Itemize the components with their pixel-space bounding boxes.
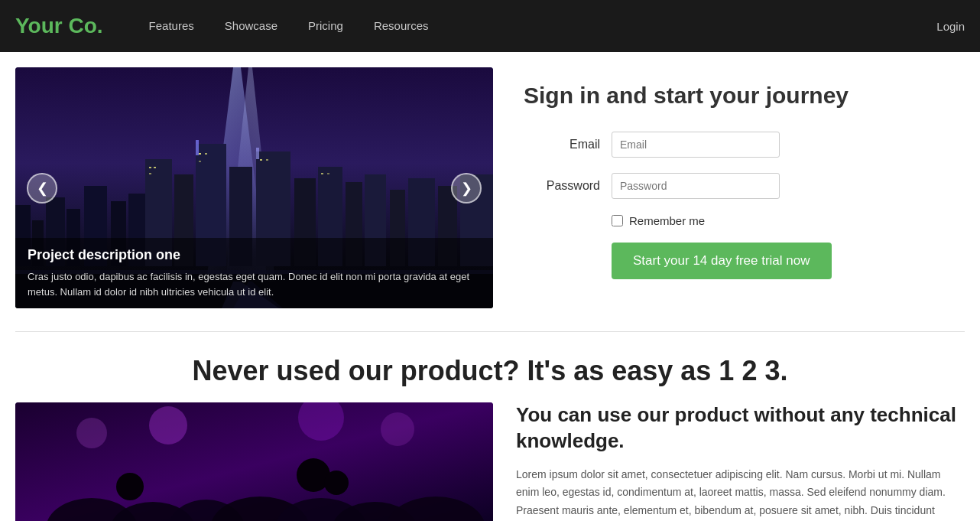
bottom-image [15,402,493,521]
svg-rect-29 [260,159,262,161]
nav-login[interactable]: Login [936,20,965,33]
nav-link-pricing[interactable]: Pricing [293,0,359,52]
bottom-heading: Never used our product? It's as easy as … [15,355,965,387]
product-text: Lorem ipsum dolor sit amet, consectetuer… [516,466,965,521]
slider-prev-button[interactable]: ❮ [27,173,57,204]
slide-title: Project description one [28,247,481,263]
email-input[interactable] [612,132,780,158]
trial-button[interactable]: Start your 14 day free trial now [612,243,832,279]
image-slider: ❮ ❯ Project description one Cras justo o… [15,67,493,308]
svg-rect-26 [199,153,201,155]
svg-rect-30 [266,159,268,161]
password-row: Password [524,173,949,199]
bottom-content: You can use our product without any tech… [15,402,965,521]
svg-rect-31 [321,173,323,174]
remember-row: Remember me [612,214,949,227]
svg-rect-27 [205,153,207,155]
password-input[interactable] [612,173,780,199]
slider-next-button[interactable]: ❯ [451,173,482,204]
svg-point-53 [381,412,414,446]
hero-section: ❮ ❯ Project description one Cras justo o… [0,52,980,324]
svg-rect-28 [199,161,201,162]
svg-rect-23 [149,167,151,168]
password-label: Password [524,179,600,193]
slide-caption: Project description one Cras justo odio,… [15,238,493,308]
svg-rect-25 [149,173,151,174]
email-row: Email [524,132,949,158]
nav-link-resources[interactable]: Resources [359,0,444,52]
signin-heading: Sign in and start your journey [524,83,949,109]
svg-rect-24 [154,167,156,168]
nav-link-showcase[interactable]: Showcase [209,0,293,52]
slide-description: Cras justo odio, dapibus ac facilisis in… [28,269,481,299]
signin-form: Sign in and start your journey Email Pas… [508,67,965,308]
bottom-image-bg [15,402,493,521]
svg-point-50 [149,406,187,444]
product-heading: You can use our product without any tech… [516,402,965,454]
remember-checkbox[interactable] [612,215,623,226]
svg-point-47 [116,473,144,500]
section-divider [15,331,965,332]
svg-rect-34 [256,148,259,159]
remember-label: Remember me [629,214,705,227]
nav-link-features[interactable]: Features [134,0,209,52]
svg-rect-33 [196,140,199,155]
email-label: Email [524,138,600,151]
navbar: Your Co. Features Showcase Pricing Resou… [0,0,980,52]
bottom-section: Never used our product? It's as easy as … [0,340,980,521]
nav-logo[interactable]: Your Co. [15,14,103,38]
nav-links: Features Showcase Pricing Resources [134,0,937,52]
svg-point-49 [324,471,349,495]
bottom-text: You can use our product without any tech… [516,402,965,521]
svg-point-52 [76,418,107,448]
svg-rect-32 [327,173,329,174]
